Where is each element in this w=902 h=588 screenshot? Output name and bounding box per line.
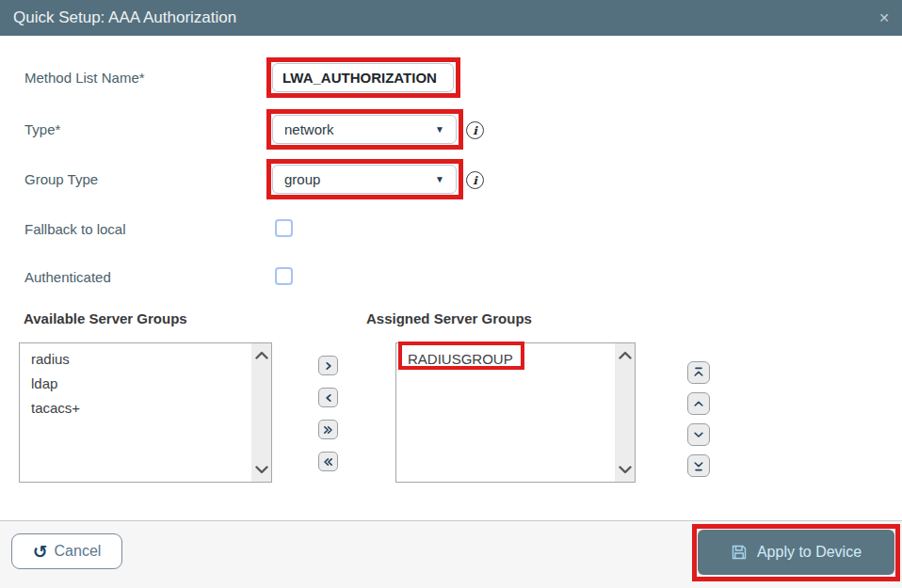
- move-down-button[interactable]: [687, 423, 710, 446]
- scrollbar[interactable]: [251, 343, 271, 482]
- move-up-button[interactable]: [687, 392, 710, 415]
- list-item[interactable]: radius: [20, 347, 250, 372]
- group-type-select-value: group: [273, 171, 435, 187]
- group-type-select[interactable]: group ▼: [272, 165, 457, 194]
- info-icon[interactable]: i: [466, 171, 484, 189]
- assigned-server-groups-heading: Assigned Server Groups: [366, 310, 532, 326]
- available-server-groups-heading: Available Server Groups: [24, 310, 187, 326]
- chevron-down-bar-icon: [693, 460, 704, 471]
- method-list-name-input[interactable]: [272, 63, 454, 92]
- info-icon[interactable]: i: [466, 121, 484, 139]
- fallback-to-local-label: Fallback to local: [24, 221, 126, 237]
- chevron-down-icon: [693, 429, 704, 440]
- type-select[interactable]: network ▼: [272, 115, 457, 144]
- chevron-up-bar-icon: [693, 367, 704, 378]
- double-chevron-left-icon: [323, 457, 333, 467]
- scroll-down-icon[interactable]: [619, 466, 632, 474]
- method-list-name-label: Method List Name*: [24, 70, 145, 86]
- save-icon: [731, 544, 748, 561]
- dialog-header: Quick Setup: AAA Authorization ✕: [0, 0, 902, 36]
- move-all-left-button[interactable]: [318, 452, 338, 471]
- authenticated-label: Authenticated: [24, 269, 111, 285]
- scroll-up-icon[interactable]: [619, 351, 632, 359]
- move-left-button[interactable]: [318, 388, 338, 407]
- move-to-bottom-button[interactable]: [687, 454, 710, 477]
- assigned-server-groups-list: RADIUSGROUP: [395, 342, 636, 483]
- move-all-right-button[interactable]: [318, 420, 338, 439]
- dialog-title: Quick Setup: AAA Authorization: [13, 0, 236, 36]
- list-item[interactable]: ldap: [20, 372, 250, 396]
- list-item[interactable]: tacacs+: [20, 396, 250, 421]
- available-items: radius ldap tacacs+: [20, 347, 250, 421]
- scroll-up-icon[interactable]: [255, 351, 268, 359]
- apply-button-label: Apply to Device: [757, 544, 862, 561]
- list-item[interactable]: RADIUSGROUP: [396, 347, 614, 372]
- apply-to-device-button[interactable]: Apply to Device: [698, 530, 894, 575]
- assigned-items: RADIUSGROUP: [396, 347, 614, 372]
- chevron-up-icon: [693, 398, 704, 409]
- group-type-label: Group Type: [24, 171, 98, 187]
- move-right-button[interactable]: [318, 356, 338, 375]
- undo-icon: ↺: [33, 543, 48, 561]
- move-to-top-button[interactable]: [687, 361, 710, 384]
- type-select-value: network: [273, 121, 435, 137]
- type-label: Type*: [24, 121, 60, 137]
- chevron-right-icon: [324, 361, 333, 371]
- double-chevron-right-icon: [323, 425, 333, 435]
- quick-setup-dialog: Quick Setup: AAA Authorization ✕ Method …: [0, 0, 902, 588]
- scroll-down-icon[interactable]: [255, 466, 268, 474]
- cancel-button[interactable]: ↺ Cancel: [11, 533, 122, 569]
- cancel-button-label: Cancel: [55, 543, 102, 560]
- fallback-to-local-checkbox[interactable]: [275, 219, 293, 237]
- scrollbar[interactable]: [615, 343, 635, 482]
- chevron-down-icon: ▼: [435, 124, 456, 135]
- close-icon[interactable]: ✕: [878, 0, 890, 36]
- authenticated-checkbox[interactable]: [275, 267, 293, 285]
- chevron-down-icon: ▼: [435, 174, 456, 184]
- chevron-left-icon: [324, 393, 333, 403]
- available-server-groups-list: radius ldap tacacs+: [19, 342, 272, 483]
